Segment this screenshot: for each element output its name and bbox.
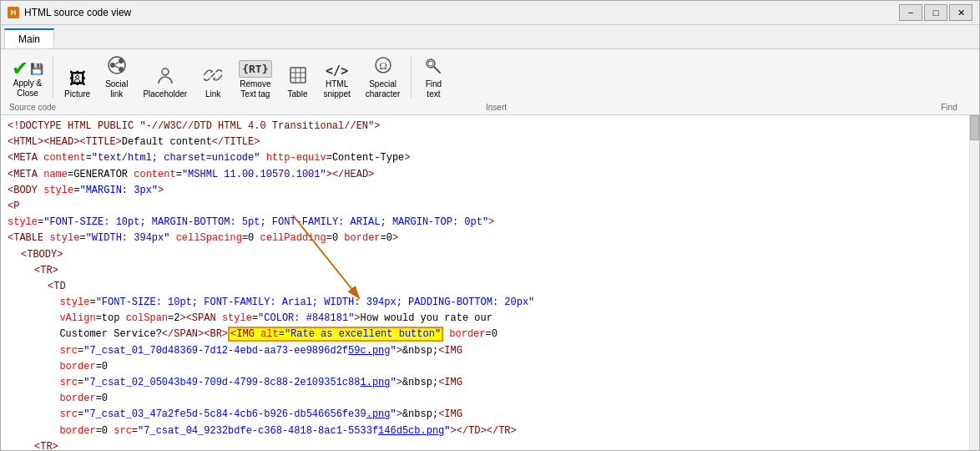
code-line-12: style="FONT-SIZE: 10pt; FONT-FAMILY: Ari… bbox=[8, 295, 972, 311]
picture-icon: 🖼 bbox=[69, 69, 86, 89]
code-line-3: <META content="text/html; charset=unicod… bbox=[8, 150, 972, 166]
code-line-1: <!DOCTYPE HTML PUBLIC "-//W3C//DTD HTML … bbox=[8, 119, 972, 134]
code-line-11: <TD bbox=[8, 279, 972, 295]
code-line-13: vAlign=top colSpan=2><SPAN style="COLOR:… bbox=[8, 311, 972, 327]
separator-1 bbox=[53, 57, 53, 99]
code-line-16: border=0 bbox=[8, 359, 972, 375]
titlebar: H HTML source code view − □ ✕ bbox=[1, 1, 979, 25]
tab-main[interactable]: Main bbox=[4, 28, 54, 48]
code-line-21: <TR> bbox=[8, 439, 972, 450]
scrollbar[interactable] bbox=[969, 115, 979, 450]
special-character-label: Specialcharacter bbox=[366, 79, 401, 99]
scrollbar-thumb[interactable] bbox=[970, 115, 979, 140]
svg-point-6 bbox=[162, 68, 169, 75]
window-controls: − □ ✕ bbox=[899, 4, 972, 21]
svg-point-3 bbox=[119, 67, 124, 72]
section-label-insert: Insert bbox=[60, 103, 924, 112]
placeholder-button[interactable]: Placeholder bbox=[135, 63, 194, 103]
special-character-icon: Ω bbox=[374, 56, 392, 79]
code-editor[interactable]: <!DOCTYPE HTML PUBLIC "-//W3C//DTD HTML … bbox=[1, 115, 979, 450]
tab-bar: Main bbox=[1, 25, 979, 49]
special-character-button[interactable]: Ω Specialcharacter bbox=[358, 53, 408, 103]
save-sub-icon: 💾 bbox=[30, 63, 43, 74]
remove-text-tag-label: RemoveText tag bbox=[240, 79, 270, 99]
code-line-2: <HTML><HEAD><TITLE>Default content</TITL… bbox=[8, 134, 972, 150]
picture-label: Picture bbox=[64, 89, 90, 99]
find-text-label: Findtext bbox=[426, 79, 442, 99]
social-link-icon bbox=[108, 56, 126, 79]
code-line-17: src="7_csat_02_05043b49-709d-4799-8c88-2… bbox=[8, 375, 972, 391]
code-line-15: src="7_csat_01_70d48369-7d12-4ebd-aa73-e… bbox=[8, 343, 972, 359]
html-snippet-icon: </> bbox=[326, 63, 348, 79]
main-window: H HTML source code view − □ ✕ Main ✔ 💾 A… bbox=[0, 0, 980, 451]
close-button[interactable]: ✕ bbox=[949, 4, 972, 21]
link-label: Link bbox=[205, 89, 220, 99]
code-line-7: style="FONT-SIZE: 10pt; MARGIN-BOTTOM: 5… bbox=[8, 215, 972, 231]
picture-button[interactable]: 🖼 Picture bbox=[57, 66, 98, 103]
svg-point-2 bbox=[110, 63, 115, 68]
code-line-19: src="7_csat_03_47a2fe5d-5c84-4cb6-b926-d… bbox=[8, 407, 972, 423]
code-line-6: <P bbox=[8, 199, 972, 215]
window-title: HTML source code view bbox=[24, 7, 894, 18]
svg-text:Ω: Ω bbox=[379, 59, 387, 72]
code-line-9: <TBODY> bbox=[8, 247, 972, 263]
checkmark-icon: ✔ bbox=[12, 58, 28, 79]
toolbar: ✔ 💾 Apply &Close 🖼 Picture bbox=[1, 49, 979, 115]
html-snippet-label: HTMLsnippet bbox=[324, 79, 351, 99]
code-line-20: border=0 src="7_csat_04_9232bdfe-c368-48… bbox=[8, 423, 972, 439]
toolbar-section-labels: Source code Insert Find bbox=[1, 103, 979, 114]
link-icon bbox=[204, 66, 222, 89]
apply-close-label: Apply &Close bbox=[13, 79, 42, 99]
svg-rect-7 bbox=[290, 68, 306, 83]
section-label-source: Source code bbox=[6, 103, 59, 112]
code-line-18: border=0 bbox=[8, 391, 972, 407]
table-button[interactable]: Table bbox=[280, 63, 316, 103]
table-label: Table bbox=[288, 89, 308, 99]
svg-line-4 bbox=[115, 63, 119, 65]
separator-2 bbox=[411, 57, 412, 99]
code-line-8: <TABLE style="WIDTH: 394px" cellSpacing=… bbox=[8, 231, 972, 246]
code-line-5: <BODY style="MARGIN: 3px"> bbox=[8, 183, 972, 199]
toolbar-buttons-row: ✔ 💾 Apply &Close 🖼 Picture bbox=[1, 49, 979, 103]
section-label-find: Find bbox=[924, 103, 974, 112]
html-snippet-button[interactable]: </> HTMLsnippet bbox=[316, 60, 358, 103]
placeholder-label: Placeholder bbox=[143, 89, 187, 99]
svg-point-16 bbox=[428, 61, 433, 66]
social-link-button[interactable]: Sociallink bbox=[98, 53, 135, 103]
find-text-icon bbox=[424, 56, 442, 79]
link-button[interactable]: Link bbox=[194, 63, 231, 103]
find-text-button[interactable]: Findtext bbox=[415, 53, 452, 103]
minimize-button[interactable]: − bbox=[899, 4, 922, 21]
code-line-14: Customer Service?</SPAN><BR><IMG alt="Ra… bbox=[8, 327, 972, 342]
svg-line-5 bbox=[115, 66, 119, 68]
svg-point-1 bbox=[119, 58, 124, 63]
social-link-label: Sociallink bbox=[105, 79, 128, 99]
code-line-10: <TR> bbox=[8, 263, 972, 279]
highlighted-img-tag: <IMG alt="Rate as excellent button" bbox=[228, 327, 443, 342]
maximize-button[interactable]: □ bbox=[924, 4, 947, 21]
remove-text-tag-icon: {RT} bbox=[239, 60, 271, 78]
code-line-4: <META name=GENERATOR content="MSHML 11.0… bbox=[8, 167, 972, 183]
placeholder-icon bbox=[156, 66, 174, 89]
apply-close-button[interactable]: ✔ 💾 Apply &Close bbox=[6, 54, 49, 103]
svg-line-15 bbox=[434, 67, 440, 73]
table-icon bbox=[289, 66, 307, 89]
remove-text-tag-button[interactable]: {RT} RemoveText tag bbox=[231, 57, 279, 103]
app-icon: H bbox=[8, 7, 19, 18]
